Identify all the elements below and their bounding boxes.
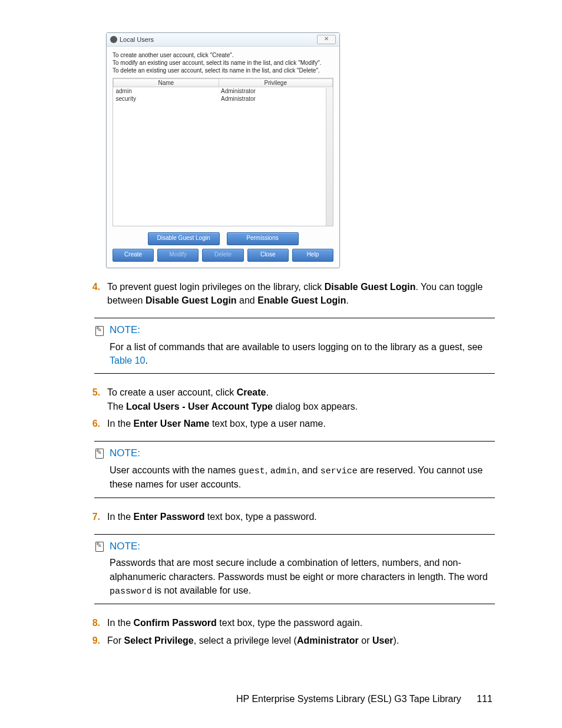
users-table: Name Privilege admin Administrator secur… xyxy=(113,78,333,226)
note-icon xyxy=(94,448,105,459)
note-text: User accounts with the names xyxy=(110,465,239,475)
step-text: In the xyxy=(107,419,133,429)
step-number: 7. xyxy=(71,510,107,523)
step-text: dialog box appears. xyxy=(273,401,358,411)
step-text: In the xyxy=(107,512,133,522)
note-block: NOTE: Passwords that are most secure inc… xyxy=(94,534,495,605)
step-body: In the Confirm Password text box, type t… xyxy=(107,616,495,630)
step-4: 4. To prevent guest login privileges on … xyxy=(71,280,495,307)
step-text: To prevent guest login privileges on the… xyxy=(107,282,325,292)
delete-button[interactable]: Delete xyxy=(202,249,243,262)
permissions-button[interactable]: Permissions xyxy=(227,232,299,245)
step-bold: Disable Guest Login xyxy=(325,282,416,292)
step-bold: User xyxy=(372,635,394,645)
note-text: , xyxy=(265,465,270,475)
dialog-instructions: To create another user account, click "C… xyxy=(107,47,339,78)
step-text: . xyxy=(346,295,348,305)
step-body: In the Enter Password text box, type a p… xyxy=(107,510,495,523)
table-row[interactable]: admin Administrator xyxy=(114,87,333,95)
footer-title: HP Enterprise Systems Library (ESL) G3 T… xyxy=(236,694,461,704)
table-row[interactable]: security Administrator xyxy=(114,95,333,103)
reserved-name: service xyxy=(320,466,358,476)
table-scrollbar[interactable] xyxy=(326,88,333,226)
step-text: The xyxy=(107,401,126,411)
note-text: For a list of commands that are availabl… xyxy=(110,342,482,352)
step-number: 6. xyxy=(71,417,107,430)
step-text: or xyxy=(359,635,372,645)
step-bold: Confirm Password xyxy=(133,618,216,628)
step-text: text box, type the password again. xyxy=(217,618,362,628)
step-9: 9. For Select Privilege, select a privil… xyxy=(71,634,495,647)
close-button[interactable]: Close xyxy=(247,249,289,262)
step-5: 5. To create a user account, click Creat… xyxy=(71,386,495,413)
note-body: For a list of commands that are availabl… xyxy=(94,340,495,367)
note-text: , and xyxy=(297,465,320,475)
create-button[interactable]: Create xyxy=(113,249,154,262)
dialog-titlebar: Local Users ✕ xyxy=(107,33,339,47)
step-body: For Select Privilege, select a privilege… xyxy=(107,634,495,647)
step-text: In the xyxy=(107,618,133,628)
step-text: text box, type a password. xyxy=(204,512,316,522)
note-text: is not available for use. xyxy=(152,585,251,595)
page-number: 111 xyxy=(477,694,492,704)
step-text: For xyxy=(107,635,124,645)
step-bold: Enter Password xyxy=(133,512,204,522)
step-bold: Enable Guest Login xyxy=(257,295,346,305)
step-body: To prevent guest login privileges on the… xyxy=(107,280,495,307)
cell-privilege: Administrator xyxy=(219,95,332,103)
page-footer: HP Enterprise Systems Library (ESL) G3 T… xyxy=(236,694,492,704)
step-bold: Enter User Name xyxy=(133,419,209,429)
disable-guest-login-button[interactable]: Disable Guest Login xyxy=(148,232,220,245)
step-bold: Disable Guest Login xyxy=(146,295,237,305)
note-block: NOTE: For a list of commands that are av… xyxy=(94,318,495,374)
note-icon xyxy=(94,325,105,336)
note-label: NOTE: xyxy=(110,539,140,554)
step-6: 6. In the Enter User Name text box, type… xyxy=(71,417,495,430)
window-close-button[interactable]: ✕ xyxy=(317,35,336,44)
note-label: NOTE: xyxy=(110,323,140,338)
step-text: To create a user account, click xyxy=(107,387,237,397)
cell-name: admin xyxy=(114,87,219,95)
note-block: NOTE: User accounts with the names guest… xyxy=(94,441,495,498)
note-body: Passwords that are most secure include a… xyxy=(94,556,495,598)
reserved-word: password xyxy=(110,587,152,597)
instruction-line: To modify an existing user account, sele… xyxy=(113,59,333,67)
note-label: NOTE: xyxy=(110,446,140,461)
step-text: , select a privilege level ( xyxy=(194,635,297,645)
column-header-name[interactable]: Name xyxy=(114,79,219,87)
modify-button[interactable]: Modify xyxy=(157,249,199,262)
table-10-link[interactable]: Table 10 xyxy=(110,355,146,365)
step-number: 8. xyxy=(71,616,107,630)
reserved-name: admin xyxy=(270,466,297,476)
column-header-privilege[interactable]: Privilege xyxy=(219,79,332,87)
step-bold: Local Users - User Account Type xyxy=(126,401,273,411)
step-number: 9. xyxy=(71,634,107,647)
step-text: and xyxy=(237,295,258,305)
help-button[interactable]: Help xyxy=(292,249,333,262)
step-text: . xyxy=(266,387,268,397)
local-users-dialog: Local Users ✕ To create another user acc… xyxy=(106,32,340,268)
step-bold: Administrator xyxy=(297,635,359,645)
step-body: To create a user account, click Create. … xyxy=(107,386,495,413)
step-number: 4. xyxy=(71,280,107,307)
step-body: In the Enter User Name text box, type a … xyxy=(107,417,495,430)
dialog-title: Local Users xyxy=(120,36,154,43)
cell-privilege: Administrator xyxy=(219,87,332,95)
hp-logo-icon xyxy=(110,36,117,43)
instruction-line: To create another user account, click "C… xyxy=(113,51,333,59)
instruction-line: To delete an existing user account, sele… xyxy=(113,67,333,74)
step-text: ). xyxy=(394,635,399,645)
reserved-name: guest xyxy=(239,466,265,476)
note-icon xyxy=(94,541,105,552)
step-bold: Create xyxy=(237,387,266,397)
note-text: Passwords that are most secure include a… xyxy=(110,558,488,581)
step-bold: Select Privilege xyxy=(124,635,193,645)
step-number: 5. xyxy=(71,386,107,413)
note-text: . xyxy=(146,355,148,365)
note-body: User accounts with the names guest, admi… xyxy=(94,463,495,492)
step-7: 7. In the Enter Password text box, type … xyxy=(71,510,495,523)
cell-name: security xyxy=(114,95,219,103)
step-text: text box, type a user name. xyxy=(209,419,325,429)
step-8: 8. In the Confirm Password text box, typ… xyxy=(71,616,495,630)
